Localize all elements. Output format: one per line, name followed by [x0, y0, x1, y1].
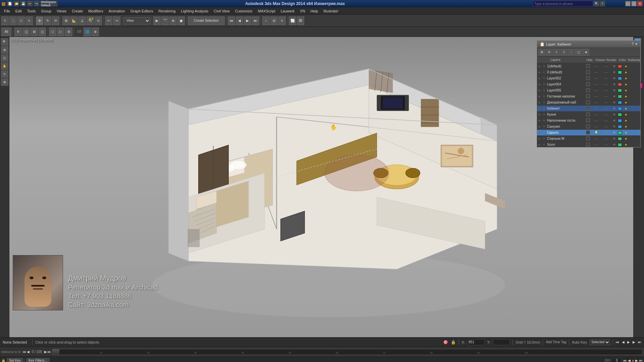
layer-render-icon[interactable]: 👁 [611, 131, 617, 134]
layer-row[interactable]: ▶ ≡ Гостиная наполне ---- ---- 👁 ★ [537, 94, 640, 100]
menu-modifiers[interactable]: Modifiers [86, 8, 106, 14]
layer-color-swatch[interactable] [618, 95, 622, 98]
lock-icon[interactable]: 🔒 [451, 340, 456, 345]
layer-color-swatch[interactable] [618, 113, 622, 116]
layer-render-icon[interactable]: 👁 [611, 125, 617, 128]
next-frame-icon[interactable]: ▶ [244, 16, 251, 25]
layer-row[interactable]: ▶ ≡ Layer002 ---- ---- 👁 ★ [537, 75, 640, 81]
layer-checkbox[interactable] [585, 142, 591, 147]
all-tb-btn[interactable]: All [1, 27, 11, 36]
menu-tools[interactable]: Tools [24, 8, 39, 14]
key-next-icon[interactable]: ⏭ [639, 359, 643, 362]
reference-icon[interactable]: ⊞ [62, 16, 70, 25]
align-icon[interactable]: ⊟ [270, 16, 278, 25]
layers-close-button[interactable]: ✕ [635, 42, 638, 46]
layer-color-swatch[interactable] [618, 143, 622, 146]
timeline-end-icon[interactable]: ⏭ [48, 350, 51, 354]
layer-checkbox[interactable] [585, 124, 591, 129]
prev-frame-icon[interactable]: ◀ [236, 16, 243, 25]
timeline-prev-icon[interactable]: ◀ [27, 350, 30, 354]
maximize-button[interactable]: □ [631, 1, 637, 6]
layer-checkbox[interactable] [585, 130, 591, 135]
select-icon[interactable]: ↖ [1, 16, 9, 25]
key-play-icon[interactable]: ⏮ [623, 359, 627, 362]
menu-rendering[interactable]: Rendering [156, 8, 178, 14]
window-controls[interactable]: — □ ✕ [625, 1, 643, 6]
search-icon[interactable]: 🔍 [594, 1, 599, 6]
layer-render-icon[interactable]: 👁 [611, 71, 617, 74]
create-selection-btn[interactable]: Create Selection [188, 16, 225, 25]
layer-row[interactable]: ▶ ≡ Layer005 ---- ---- 👁 ★ [537, 87, 640, 94]
key-prev-icon[interactable]: ◀ [628, 359, 631, 362]
layer-color-swatch[interactable] [618, 89, 622, 92]
close-button[interactable]: ✕ [637, 1, 643, 6]
div-input[interactable] [612, 358, 622, 362]
menu-edit[interactable]: Edit [13, 8, 24, 14]
render-to-icon[interactable]: ⊗ [169, 16, 177, 25]
key-stop-icon[interactable]: ■ [632, 359, 634, 362]
layer-row[interactable]: ▶ ≡ Скрыто 💡 ⚙ 👁 ★ [537, 130, 640, 136]
search-input[interactable] [533, 1, 593, 7]
pan-icon[interactable]: ✋ [1, 62, 8, 70]
selected-dropdown[interactable]: Selected [590, 339, 610, 345]
layer-render-icon[interactable]: 👁 [611, 65, 617, 68]
layer-checkbox[interactable] [585, 112, 591, 117]
mirror-icon[interactable]: ↔ [262, 16, 270, 25]
extra-icon[interactable]: ⊕ [92, 27, 99, 36]
region-select-icon[interactable]: ⬚ [9, 16, 17, 25]
redo-toolbar-icon[interactable]: ↪ [113, 16, 120, 25]
layer-color-swatch[interactable] [618, 83, 622, 86]
layer-row[interactable]: ▶ ≡ Кабинет ✓ ✓ ---- 👁 ★ [537, 106, 640, 112]
menu-animation[interactable]: Animation [106, 8, 128, 14]
timeline-next-icon[interactable]: ▶ [44, 350, 47, 354]
save-icon[interactable]: 💾 [20, 1, 26, 6]
utilities-icon[interactable]: ⚙ [65, 27, 72, 36]
layer-color-swatch[interactable] [618, 71, 622, 74]
minimize-button[interactable]: — [625, 1, 631, 6]
config-icon[interactable]: Workspace Default [41, 1, 57, 6]
menu-lighting[interactable]: Lighting Analysis [178, 8, 211, 14]
layers-add-icon[interactable]: + [553, 49, 560, 56]
view-dropdown[interactable]: View [123, 17, 150, 24]
layer-checkbox[interactable] [585, 70, 591, 75]
layer-render-icon[interactable]: 👁 [611, 95, 617, 98]
layer-color-swatch[interactable] [618, 65, 622, 68]
menu-group[interactable]: Group [38, 8, 54, 14]
layer-render-icon[interactable]: 👁 [611, 77, 617, 80]
timeline-play-icon[interactable]: ⏮ [23, 350, 26, 354]
layers-help-button[interactable]: ? [632, 42, 634, 46]
layer-color-swatch[interactable] [618, 77, 622, 80]
material-editor-icon[interactable]: ◼ [177, 16, 185, 25]
help-icon[interactable]: ? [600, 1, 605, 6]
add-time-tag-btn[interactable]: Add Time Tag [546, 340, 566, 344]
layer-checkbox[interactable] [585, 64, 591, 69]
sel-icon[interactable]: ◫ [22, 27, 30, 36]
menu-civil[interactable]: Civil View [211, 8, 232, 14]
layer-checkbox[interactable] [585, 88, 591, 93]
end-icon[interactable]: ⏭ [252, 16, 259, 25]
move-icon[interactable]: ✛ [36, 16, 43, 25]
layer-row[interactable]: ▶ ≡ 0 (default) ---- ---- 👁 ★ [537, 69, 640, 75]
menu-graph-editors[interactable]: Graph Editors [128, 8, 156, 14]
layer-color-swatch[interactable] [618, 119, 622, 122]
key-play2-icon[interactable]: ▶ [635, 359, 638, 362]
menu-illustrate[interactable]: Illustrate! [321, 8, 341, 14]
menu-maxscript[interactable]: MAXScript [255, 8, 278, 14]
set-key-btn[interactable]: Set Key [7, 358, 23, 362]
display-icon[interactable]: ◫ [39, 27, 46, 36]
y-coord-input[interactable] [493, 339, 510, 345]
min-max-icon[interactable]: ⊠ [1, 78, 8, 86]
open-icon[interactable]: 📁 [14, 1, 19, 6]
layer-checkbox[interactable] [585, 100, 591, 105]
layer-render-icon[interactable]: 👁 [611, 119, 617, 122]
zoom-all-icon[interactable]: ⊞ [1, 46, 8, 54]
angle-snap-icon[interactable]: ∠ [78, 16, 86, 25]
play-btn[interactable]: ▶ [627, 340, 630, 344]
menu-create[interactable]: Create [69, 8, 86, 14]
layers-select-icon[interactable]: ◻ [575, 49, 582, 56]
x-coord-input[interactable] [468, 339, 485, 345]
menu-customize[interactable]: Customize [232, 8, 255, 14]
prev-key-icon[interactable]: ⏮ [616, 340, 619, 344]
layer-render-icon[interactable]: 👁 [611, 101, 617, 104]
motion-icon[interactable]: ▷ [57, 27, 64, 36]
